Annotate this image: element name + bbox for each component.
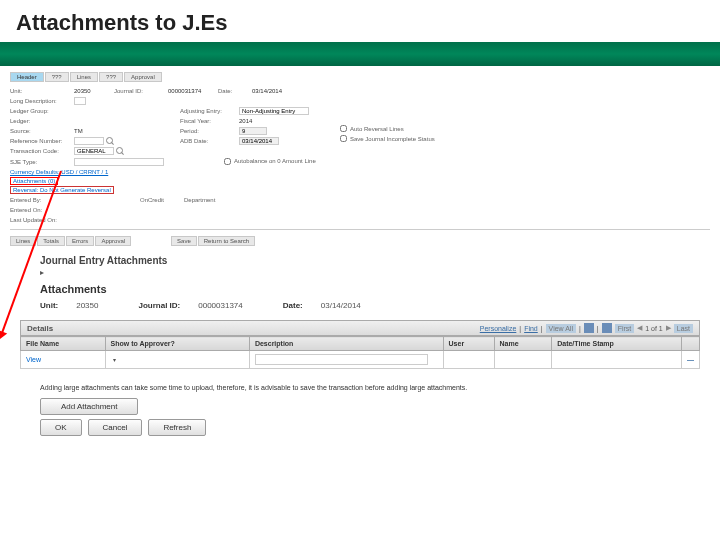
oncredit-label: OnCredit: [140, 197, 180, 203]
zoom-icon[interactable]: [584, 323, 594, 333]
adb-label: ADB Date:: [180, 138, 235, 144]
date-label: Date:: [218, 88, 248, 94]
autobalance-label: Autobalance on 0 Amount Line: [234, 158, 316, 164]
details-bar: Details Personalize | Find | View All | …: [20, 320, 700, 336]
jid-v: 0000031374: [198, 301, 243, 310]
period-input: [239, 127, 267, 135]
attachments-link[interactable]: Attachments (0): [10, 177, 58, 185]
first-nav[interactable]: First: [615, 324, 635, 333]
autobalance-check[interactable]: [224, 158, 231, 165]
details-title: Details: [27, 324, 53, 333]
updated-label: Last Updated On:: [10, 217, 70, 223]
attachments-table: File Name Show to Approver? Description …: [20, 336, 700, 369]
journal-attachments-heading: Journal Entry Attachments: [40, 255, 710, 266]
tab-lines[interactable]: Lines: [70, 72, 98, 82]
subtab-lines[interactable]: Lines: [10, 236, 36, 246]
jid-value: 0000031374: [168, 88, 218, 94]
col-description[interactable]: Description: [249, 337, 443, 351]
name-cell: [494, 351, 552, 369]
save-button[interactable]: Save: [171, 236, 197, 246]
auto-reversal-check[interactable]: [340, 125, 347, 132]
jid-label: Journal ID:: [114, 88, 164, 94]
unit-label: Unit:: [10, 88, 70, 94]
delete-row-icon[interactable]: —: [687, 356, 694, 363]
unit-v: 20350: [76, 301, 98, 310]
unit-value: 20350: [74, 88, 114, 94]
col-datetime[interactable]: Date/Time Stamp: [552, 337, 682, 351]
ref-label: Reference Number:: [10, 138, 70, 144]
source-value: TM: [74, 128, 114, 134]
tab-approval[interactable]: Approval: [124, 72, 162, 82]
col-name[interactable]: Name: [494, 337, 552, 351]
longdesc-input[interactable]: [74, 97, 86, 105]
sjetype-label: SJE Type:: [10, 159, 70, 165]
enteredon-label: Entered On:: [10, 207, 70, 213]
tab-4[interactable]: ???: [99, 72, 123, 82]
viewall-link[interactable]: View All: [546, 324, 576, 333]
upload-note: Adding large attachments can take some t…: [40, 383, 700, 392]
subtab-totals[interactable]: Totals: [37, 236, 65, 246]
adb-input: [239, 137, 279, 145]
save-incomplete-check[interactable]: [340, 135, 347, 142]
return-button[interactable]: Return to Search: [198, 236, 255, 246]
view-link[interactable]: View: [26, 356, 41, 363]
enteredby-label: Entered By:: [10, 197, 70, 203]
date-value: 03/14/2014: [252, 88, 292, 94]
source-label: Source:: [10, 128, 70, 134]
title-bar: Attachments to J.Es: [0, 0, 720, 42]
page-nav: 1 of 1: [645, 325, 663, 332]
top-tabs: Header ??? Lines ??? Approval: [10, 72, 710, 82]
currency-defaults-link[interactable]: Currency Defaults: USD / CRRNT / 1: [10, 169, 108, 175]
subtab-approval[interactable]: Approval: [95, 236, 131, 246]
table-row: View —: [21, 351, 700, 369]
subtab-errors[interactable]: Errors: [66, 236, 94, 246]
sjetype-select[interactable]: [74, 158, 164, 166]
page-title: Attachments to J.Es: [16, 10, 704, 36]
cancel-button[interactable]: Cancel: [88, 419, 143, 436]
dept-label: Department: [184, 197, 234, 203]
user-cell: [443, 351, 494, 369]
col-extra: [682, 337, 700, 351]
trx-label: Transaction Code:: [10, 148, 70, 154]
date-k: Date:: [283, 301, 303, 310]
ledger-label: Ledger:: [10, 118, 70, 124]
find-link[interactable]: Find: [524, 325, 538, 332]
last-nav[interactable]: Last: [674, 324, 693, 333]
description-input[interactable]: [255, 354, 429, 365]
date-v: 03/14/2014: [321, 301, 361, 310]
longdesc-label: Long Description:: [10, 98, 70, 104]
green-band: [0, 42, 720, 66]
fiscal-value: 2014: [239, 118, 279, 124]
unit-k: Unit:: [40, 301, 58, 310]
refresh-button[interactable]: Refresh: [148, 419, 206, 436]
reversal-link[interactable]: Reversal: Do Not Generate Reversal: [10, 186, 114, 194]
attachments-heading: Attachments: [40, 283, 710, 295]
adjusting-label: Adjusting Entry:: [180, 108, 235, 114]
add-attachment-button[interactable]: Add Attachment: [40, 398, 138, 415]
adjusting-select[interactable]: [239, 107, 309, 115]
download-icon[interactable]: [602, 323, 612, 333]
ledgergroup-label: Ledger Group:: [10, 108, 70, 114]
main-content: Header ??? Lines ??? Approval Unit: 2035…: [0, 66, 720, 446]
personalize-link[interactable]: Personalize: [480, 325, 517, 332]
trx-input[interactable]: [74, 147, 114, 155]
col-filename[interactable]: File Name: [21, 337, 106, 351]
auto-reversal-label: Auto Reversal Lines: [350, 126, 404, 132]
period-label: Period:: [180, 128, 235, 134]
tab-2[interactable]: ???: [45, 72, 69, 82]
search-icon[interactable]: [116, 147, 123, 154]
datetime-cell: [552, 351, 682, 369]
col-user[interactable]: User: [443, 337, 494, 351]
tab-header[interactable]: Header: [10, 72, 44, 82]
id-row: Unit:20350 Journal ID:0000031374 Date:03…: [40, 301, 710, 310]
save-incomplete-label: Save Journal Incomplete Status: [350, 136, 435, 142]
col-showapprover[interactable]: Show to Approver?: [105, 337, 249, 351]
fiscal-label: Fiscal Year:: [180, 118, 235, 124]
search-icon[interactable]: [106, 137, 113, 144]
approver-dropdown[interactable]: [111, 356, 116, 363]
jid-k: Journal ID:: [138, 301, 180, 310]
ok-button[interactable]: OK: [40, 419, 82, 436]
ref-input[interactable]: [74, 137, 104, 145]
